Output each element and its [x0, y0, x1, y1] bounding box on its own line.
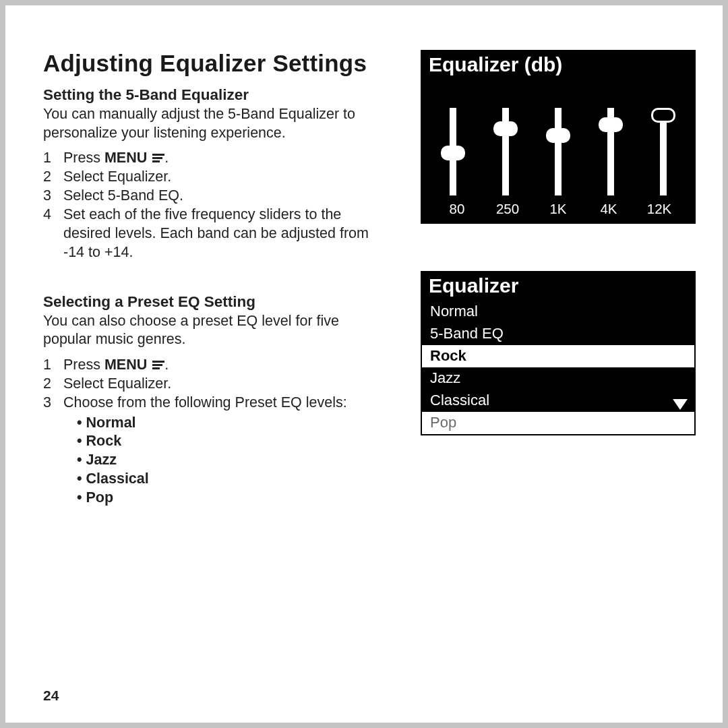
- preset-list: Normal Rock Jazz Classical Pop: [63, 414, 387, 508]
- step-menu-word: MENU: [104, 150, 147, 166]
- eq-freq-labels: 802501K4K12K: [433, 201, 684, 217]
- eq-freq-label: 1K: [538, 201, 578, 217]
- step-text-suffix: .: [164, 357, 169, 373]
- step-text: Select 5-Band EQ.: [63, 187, 387, 206]
- eq-slider[interactable]: [433, 108, 473, 195]
- section1-steps: Press MENU . Select Equalizer. Select 5-…: [43, 149, 391, 262]
- preset-item: Classical: [77, 470, 387, 489]
- eq-slider-knob[interactable]: [493, 121, 518, 136]
- preset-item: Pop: [77, 489, 387, 508]
- section1-intro: You can manually adjust the 5-Band Equal…: [43, 105, 391, 142]
- left-column: Adjusting Equalizer Settings Setting the…: [43, 50, 391, 508]
- eq-menu-body: Normal5-Band EQRockJazzClassicalPop: [422, 301, 694, 434]
- page-title: Adjusting Equalizer Settings: [43, 50, 391, 77]
- eq-slider-track[interactable]: [660, 108, 667, 195]
- step-text-suffix: .: [164, 150, 169, 166]
- eq-slider-track[interactable]: [502, 108, 509, 195]
- preset-item: Rock: [77, 432, 387, 451]
- eq-sliders: [433, 89, 684, 195]
- menu-icon: [152, 152, 164, 164]
- section2-steps: Press MENU . Select Equalizer. Choose fr…: [43, 356, 391, 508]
- preset-item: Jazz: [77, 451, 387, 470]
- eq-freq-label: 12K: [639, 201, 679, 217]
- step-text: Select Equalizer.: [63, 375, 387, 394]
- step-menu-word: MENU: [104, 357, 147, 373]
- eq-slider-knob[interactable]: [546, 128, 570, 143]
- scroll-down-icon[interactable]: [673, 399, 688, 410]
- step-text: Press: [63, 150, 104, 166]
- eq-menu-item[interactable]: Normal: [422, 301, 694, 323]
- eq-db-title: Equalizer (db): [422, 51, 694, 80]
- step-text: Press: [63, 357, 104, 373]
- eq-slider[interactable]: [538, 108, 578, 195]
- eq-freq-label: 250: [487, 201, 528, 217]
- eq-menu-screen: Equalizer Normal5-Band EQRockJazzClassic…: [421, 271, 696, 435]
- eq-menu-item[interactable]: Pop: [422, 412, 694, 434]
- eq-menu-title: Equalizer: [422, 272, 694, 301]
- eq-menu-item[interactable]: 5-Band EQ: [422, 323, 694, 345]
- eq-menu-item[interactable]: Jazz: [422, 367, 694, 390]
- eq-slider-track[interactable]: [607, 108, 614, 195]
- eq-db-screen: Equalizer (db) 802501K4K12K: [421, 50, 696, 224]
- eq-slider-track[interactable]: [555, 108, 562, 195]
- eq-slider[interactable]: [643, 108, 684, 195]
- eq-slider-knob[interactable]: [651, 108, 675, 123]
- section1-heading: Setting the 5-Band Equalizer: [43, 86, 391, 104]
- eq-slider-knob[interactable]: [441, 146, 465, 160]
- eq-slider[interactable]: [590, 108, 631, 195]
- eq-menu-item[interactable]: Rock: [422, 345, 694, 367]
- eq-slider[interactable]: [485, 108, 526, 195]
- menu-icon: [152, 359, 164, 371]
- eq-slider-knob[interactable]: [599, 117, 623, 132]
- section2-heading: Selecting a Preset EQ Setting: [43, 293, 391, 311]
- section2-intro: You can also choose a preset EQ level fo…: [43, 312, 391, 349]
- eq-freq-label: 80: [437, 201, 477, 217]
- page-number: 24: [43, 688, 59, 704]
- step-text: Set each of the five frequency sliders t…: [63, 206, 387, 262]
- svg-marker-0: [673, 399, 688, 410]
- manual-page: Adjusting Equalizer Settings Setting the…: [5, 5, 723, 723]
- eq-slider-track[interactable]: [450, 108, 456, 195]
- step-text: Choose from the following Preset EQ leve…: [63, 394, 347, 411]
- step-text: Select Equalizer.: [63, 168, 387, 187]
- eq-freq-label: 4K: [588, 201, 629, 217]
- right-column: Equalizer (db) 802501K4K12K Equalizer No…: [421, 50, 696, 508]
- preset-item: Normal: [77, 414, 387, 433]
- eq-menu-item[interactable]: Classical: [422, 390, 694, 412]
